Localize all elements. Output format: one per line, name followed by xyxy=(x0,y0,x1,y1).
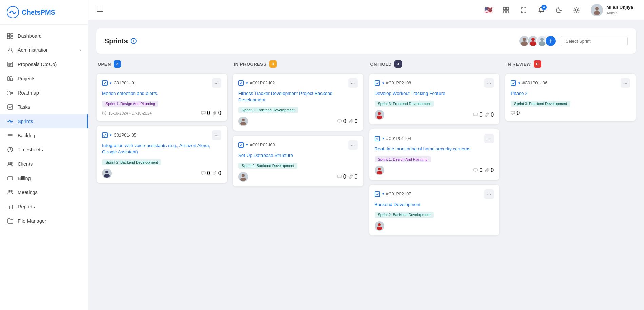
card-chevron[interactable]: ▾ xyxy=(518,81,520,85)
hamburger-button[interactable] xyxy=(96,5,104,15)
card-menu-button[interactable]: ··· xyxy=(484,189,494,199)
card-chevron[interactable]: ▾ xyxy=(246,143,248,147)
svg-rect-13 xyxy=(8,94,11,95)
sprint-tag[interactable]: Sprint 1: Design And Planning xyxy=(375,156,431,162)
sprint-tag[interactable]: Sprint 2: Backend Development xyxy=(375,212,434,218)
column-in-progress-header: IN PROGRESS 3 xyxy=(233,60,364,68)
svg-point-37 xyxy=(242,119,245,121)
card-attachments: 0 xyxy=(485,167,494,173)
dark-mode-button[interactable] xyxy=(553,4,565,16)
svg-point-36 xyxy=(104,174,110,178)
sidebar-item-billing[interactable]: Billing xyxy=(0,171,88,185)
sidebar-item-meetings[interactable]: Meetings xyxy=(0,185,88,200)
sprint-tag[interactable]: Sprint 3: Frontend Development xyxy=(375,101,434,107)
card-checkbox[interactable] xyxy=(375,136,380,141)
card-comments: 0 xyxy=(473,112,482,118)
logo-text: ChetsPMS xyxy=(22,8,55,16)
fullscreen-button[interactable] xyxy=(518,4,530,16)
card-menu-button[interactable]: ··· xyxy=(348,140,358,150)
card-menu-button[interactable]: ··· xyxy=(484,134,494,143)
flag-button[interactable]: 🇺🇸 xyxy=(482,4,494,16)
card-chevron[interactable]: ▾ xyxy=(382,81,384,85)
card-C01P01-I01: ▾ C01P01-I01 ··· Motion detection and al… xyxy=(96,73,227,121)
card-menu-button[interactable]: ··· xyxy=(621,78,630,88)
sidebar-item-sprints[interactable]: Sprints xyxy=(0,114,88,128)
sprints-icon xyxy=(7,118,14,125)
sprint-tag[interactable]: Sprint 1: Design And Planning xyxy=(102,101,158,107)
card-menu-button[interactable]: ··· xyxy=(212,78,221,88)
sidebar-item-dashboard[interactable]: Dashboard xyxy=(0,29,88,43)
notification-button[interactable]: 0 xyxy=(535,4,547,16)
card-avatar xyxy=(238,172,248,182)
sprint-tag[interactable]: Sprint 3: Frontend Development xyxy=(238,107,298,113)
sidebar-item-sprints-label: Sprints xyxy=(18,119,80,124)
card-date: 16-10-2024 - 17-10-2024 xyxy=(102,111,152,115)
card-title[interactable]: Real-time monitoring of home security ca… xyxy=(375,146,494,152)
sidebar-item-clients[interactable]: Clients xyxy=(0,157,88,171)
card-checkbox[interactable] xyxy=(238,142,244,148)
card-C01P01-I04: ▾ #C01P01-I04 ··· Real-time monitoring o… xyxy=(369,129,500,180)
sidebar-item-administration[interactable]: Administration › xyxy=(0,43,88,57)
add-member-button[interactable]: + xyxy=(545,35,557,47)
sidebar-item-projects[interactable]: Projects xyxy=(0,71,88,86)
card-C01P02-I08: ▾ #C01P02-I08 ··· Develop Workout Tracki… xyxy=(369,73,500,125)
column-open-title: OPEN xyxy=(98,62,111,67)
card-title[interactable]: Integration with voice assistants (e.g.,… xyxy=(102,143,221,156)
svg-rect-4 xyxy=(11,33,13,36)
sidebar-item-file-manager[interactable]: File Manager xyxy=(0,214,88,228)
card-chevron[interactable]: ▾ xyxy=(246,81,248,85)
sidebar-item-backlog[interactable]: Backlog xyxy=(0,128,88,143)
card-title[interactable]: Phase 2 xyxy=(511,90,630,97)
card-attachments: 0 xyxy=(485,112,494,118)
settings-button[interactable] xyxy=(570,4,583,16)
card-checkbox[interactable] xyxy=(102,132,108,138)
card-checkbox[interactable] xyxy=(238,80,244,86)
card-chevron[interactable]: ▾ xyxy=(110,133,112,137)
info-icon[interactable]: i xyxy=(131,38,137,44)
card-checkbox[interactable] xyxy=(375,191,380,197)
card-title[interactable]: Fitness Tracker Development Project Back… xyxy=(238,90,358,103)
grid-view-button[interactable] xyxy=(500,4,512,16)
card-chevron[interactable]: ▾ xyxy=(382,192,384,196)
card-checkbox[interactable] xyxy=(511,80,516,86)
svg-point-20 xyxy=(11,190,12,192)
svg-point-25 xyxy=(575,9,578,11)
card-attachments: 0 xyxy=(213,170,221,177)
card-title[interactable]: Develop Workout Tracking Feature xyxy=(375,90,494,97)
clock-icon xyxy=(102,111,106,115)
sidebar-item-tasks[interactable]: Tasks xyxy=(0,100,88,114)
sidebar-item-reports[interactable]: Reports xyxy=(0,200,88,214)
meetings-icon xyxy=(7,189,14,196)
sidebar-item-projects-label: Projects xyxy=(18,76,81,81)
card-avatar xyxy=(238,117,248,126)
svg-point-45 xyxy=(378,223,381,226)
svg-rect-24 xyxy=(506,11,509,13)
svg-point-42 xyxy=(377,116,382,119)
sprint-tag[interactable]: Sprint 3: Frontend Development xyxy=(511,101,570,107)
sprint-select[interactable] xyxy=(561,36,628,46)
card-chevron[interactable]: ▾ xyxy=(382,136,384,141)
svg-rect-6 xyxy=(11,36,13,39)
card-title[interactable]: Motion detection and alerts. xyxy=(102,90,221,97)
card-title[interactable]: Set Up Database Structure xyxy=(238,152,358,159)
card-checkbox[interactable] xyxy=(375,80,380,86)
svg-point-16 xyxy=(9,162,11,164)
card-title[interactable]: Backend Development xyxy=(375,202,494,208)
user-name: Milan Unjiya xyxy=(606,4,633,11)
card-menu-button[interactable]: ··· xyxy=(484,78,494,88)
sidebar-item-proposals[interactable]: Proposals (CoCo) xyxy=(0,57,88,71)
user-menu[interactable]: Milan Unjiya Admin xyxy=(588,3,636,18)
card-menu-button[interactable]: ··· xyxy=(348,78,358,88)
flag-icon: 🇺🇸 xyxy=(484,6,493,14)
column-in-review: IN REVIEW 0 ▾ #C01P01-I06 ··· xyxy=(505,60,636,236)
sidebar-item-timesheets[interactable]: Timesheets xyxy=(0,143,88,157)
sprint-tag[interactable]: Sprint 2: Backend Development xyxy=(102,159,161,165)
logo[interactable]: ChetsPMS xyxy=(0,0,88,25)
sidebar-item-roadmap[interactable]: Roadmap xyxy=(0,86,88,100)
card-checkbox[interactable] xyxy=(102,80,108,86)
card-chevron[interactable]: ▾ xyxy=(110,81,112,85)
card-id: #C01P02-I02 xyxy=(250,81,275,85)
sprint-tag[interactable]: Sprint 2: Backend Development xyxy=(238,163,298,169)
card-menu-button[interactable]: ··· xyxy=(212,130,221,140)
column-open-header: OPEN 3 xyxy=(96,60,227,68)
